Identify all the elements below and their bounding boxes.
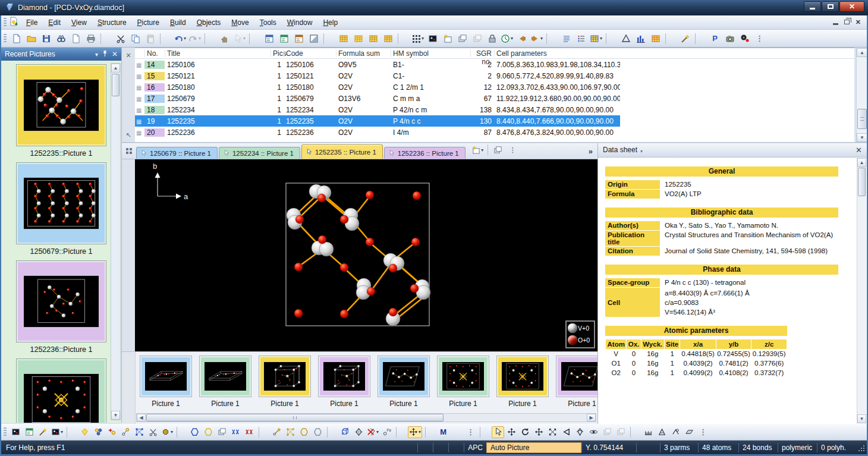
shift-mode-button[interactable]: [533, 426, 545, 438]
close-icon[interactable]: ✕: [856, 146, 862, 155]
fly-mode-button[interactable]: [615, 426, 627, 438]
recent-pictures-header[interactable]: Recent Pictures ▾ ✕: [1, 48, 121, 61]
recent-picture-item[interactable]: [11, 358, 112, 423]
measure-button[interactable]: M: [437, 426, 449, 438]
filmstrip-item[interactable]: Picture 1: [318, 356, 370, 409]
previous-picture-button[interactable]: [515, 32, 529, 45]
scroll-up-icon[interactable]: ▲: [111, 64, 120, 73]
navigation-pane-toggle[interactable]: [262, 32, 276, 45]
undo-button[interactable]: ▾: [173, 32, 187, 45]
delete-objects-button[interactable]: ▾: [366, 426, 379, 438]
menu-item[interactable]: View: [66, 17, 92, 29]
save-button[interactable]: [39, 32, 53, 45]
table-scrollbar[interactable]: ▲ ▼: [856, 48, 867, 142]
data-brief-view-button[interactable]: [574, 32, 588, 45]
structure-canvas[interactable]: b a: [135, 159, 597, 351]
data-sheet-view-button[interactable]: [559, 32, 573, 45]
status-picture-mode[interactable]: Auto Picture: [486, 442, 581, 453]
doc-restore-icon[interactable]: [844, 20, 850, 24]
menu-item[interactable]: Objects: [191, 17, 227, 29]
table-row[interactable]: ▦ 15 1250121 1 1250121 O2V C1- 2 9.060,5…: [135, 70, 620, 81]
fill-slab-button[interactable]: [188, 426, 201, 438]
orientation-button[interactable]: [353, 426, 365, 438]
measure-distance-button[interactable]: [642, 426, 655, 438]
menu-item[interactable]: Help: [317, 17, 343, 29]
table-row[interactable]: ▦ 18 1252234 1 1252234 O2V P 42/n c m 13…: [135, 104, 620, 115]
active-picture-button[interactable]: [426, 32, 439, 45]
tab-1252234-picture-1[interactable]: 1252234 :: Picture 1: [219, 147, 300, 159]
table-row[interactable]: ▦ 14 1250106 1 1250106 O9V5 B1- 2 7.005,…: [135, 59, 620, 70]
representation-button[interactable]: [23, 426, 36, 438]
create-bond-button[interactable]: [271, 426, 283, 438]
measure-angle-button[interactable]: [656, 426, 668, 438]
scrollbar-thumb[interactable]: [112, 74, 119, 96]
arrange-windows-button[interactable]: [491, 143, 505, 156]
scrollbar-thumb[interactable]: [858, 168, 866, 196]
table-highlight-button[interactable]: [351, 32, 365, 45]
color-scheme-button[interactable]: [451, 426, 463, 438]
table-header[interactable]: No. Title Pics Code Formula sum HM symbo…: [135, 48, 854, 59]
menu-item[interactable]: Tools: [254, 17, 282, 29]
close-button[interactable]: ✕: [839, 1, 864, 12]
enlarge-mode-button[interactable]: [546, 426, 559, 438]
cut-out-button[interactable]: [147, 426, 159, 438]
packing-button[interactable]: [216, 426, 228, 438]
table-row[interactable]: ▦ 20 1252236 1 1252236 O2V I 4/m 87 8.47…: [135, 127, 620, 138]
open-document-button[interactable]: [24, 32, 38, 45]
menu-item[interactable]: Build: [165, 17, 191, 29]
powder-diffraction-button[interactable]: [634, 32, 647, 45]
structures-table-button[interactable]: [336, 32, 350, 45]
tab-1250679-picture-1[interactable]: 1250679 :: Picture 1: [136, 147, 218, 159]
move-mode-button[interactable]: [505, 426, 518, 438]
col-sgr-no[interactable]: SGR no.: [470, 48, 494, 58]
filmstrip-item[interactable]: Picture 1: [496, 356, 549, 409]
data-sheet-scrollbar[interactable]: ▲ ▼: [857, 158, 866, 423]
measure-plane-button[interactable]: [683, 426, 696, 438]
update-connectivity-button[interactable]: [133, 426, 146, 438]
recent-picture-item[interactable]: 1252236::Picture 1: [11, 260, 112, 354]
copy-picture-button[interactable]: [455, 32, 469, 45]
menu-item[interactable]: Picture: [132, 17, 165, 29]
tab-overflow-button[interactable]: »: [589, 147, 597, 156]
title-bar[interactable]: Diamond - [PCD-VxOy.diamdoc] ✕: [0, 0, 868, 15]
table-import-button[interactable]: [366, 32, 380, 45]
add-atoms-button[interactable]: [92, 426, 105, 438]
menu-item[interactable]: Move: [226, 17, 254, 29]
menubar-grip[interactable]: [4, 18, 7, 27]
col-pics[interactable]: Pics: [271, 48, 284, 58]
table-row[interactable]: ▦ 16 1250180 1 1250180 O2V C 1 2/m 1 12 …: [135, 81, 620, 93]
filmstrip-scrollbar[interactable]: ◀ ▶: [136, 413, 596, 422]
data-table-button[interactable]: [649, 32, 662, 45]
filmstrip-item[interactable]: Picture 1: [140, 356, 192, 409]
picture-assistant-button[interactable]: [678, 32, 692, 45]
destroy-all-button[interactable]: [243, 426, 256, 438]
restore-picture-button[interactable]: [292, 32, 306, 45]
distance-histogram-button[interactable]: [619, 32, 633, 45]
recent-pictures-scrollbar[interactable]: ▲ ▼: [111, 63, 121, 420]
menu-item[interactable]: Window: [282, 17, 318, 29]
print-preview-button[interactable]: [69, 32, 83, 45]
toolbar-options-button[interactable]: ⋮: [753, 32, 766, 45]
new-document-button[interactable]: [10, 32, 23, 45]
table-export-button[interactable]: [381, 32, 395, 45]
adjust-picture-button[interactable]: ▾: [408, 426, 422, 438]
scrollbar-thumb[interactable]: [857, 109, 867, 129]
rock-mode-button[interactable]: [574, 426, 586, 438]
tilt-mode-button[interactable]: [560, 426, 573, 438]
scroll-right-icon[interactable]: ▶: [587, 414, 596, 422]
data-pane-toggle[interactable]: [277, 32, 291, 45]
fill-unit-cell-button[interactable]: [78, 426, 91, 438]
menu-item[interactable]: Edit: [43, 17, 66, 29]
toolbar-options-button[interactable]: ⋮: [697, 426, 709, 438]
scroll-down-icon[interactable]: ▼: [857, 133, 867, 142]
picture-mode-button[interactable]: ▾: [51, 426, 64, 438]
table-row[interactable]: ▦ 17 1250679 1 1250679 O13V6 C m m a 67 …: [135, 93, 620, 104]
menu-item[interactable]: File: [21, 17, 43, 29]
redo-button[interactable]: ▾: [188, 32, 202, 45]
data-sheet-header[interactable]: Data sheet ▾ ✕: [598, 143, 867, 158]
coordination-fill-button[interactable]: ▾: [161, 426, 174, 438]
grid-layout-button[interactable]: ▾: [411, 32, 424, 45]
toolbar-options-button[interactable]: ⋮: [464, 426, 477, 438]
cell-edges-button[interactable]: [339, 426, 351, 438]
picture-history-button[interactable]: ▾: [500, 32, 514, 45]
